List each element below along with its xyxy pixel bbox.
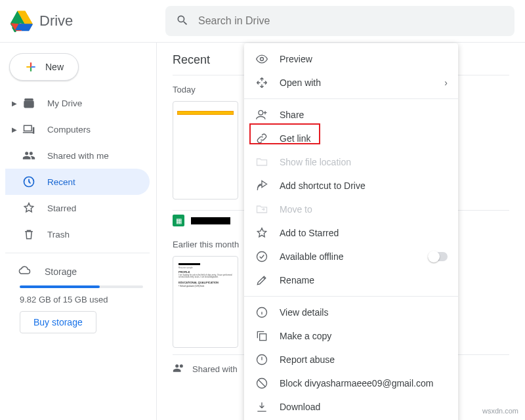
cm-show-location: Show file location	[244, 150, 458, 174]
offline-icon	[255, 250, 269, 263]
new-button-label: New	[45, 62, 64, 72]
sidebar-item-my-drive[interactable]: ▶My Drive	[5, 90, 150, 116]
cm-block[interactable]: Block divyasharmaeee09@gmail.com	[244, 371, 458, 395]
cloud-icon	[18, 264, 32, 279]
computers-icon	[21, 123, 37, 136]
file-thumbnail-doc[interactable]: Resume sample PROFILEI am looking for jo…	[173, 256, 238, 348]
star-icon	[21, 201, 37, 215]
shared-icon	[21, 149, 37, 162]
plus-icon	[24, 60, 37, 74]
buy-storage-button[interactable]: Buy storage	[20, 311, 96, 333]
sidebar-item-starred[interactable]: Starred	[5, 195, 150, 221]
file-name-redacted	[191, 217, 230, 224]
file-thumbnail[interactable]	[173, 101, 238, 200]
header: Drive	[0, 0, 525, 42]
search-input[interactable]	[198, 15, 504, 27]
watermark: wsxdn.com	[482, 407, 518, 415]
app-name: Drive	[39, 12, 73, 30]
sidebar: New ▶My Drive ▶Computers Shared with me …	[0, 43, 156, 420]
cm-available-offline[interactable]: Available offline	[244, 245, 458, 268]
block-icon	[255, 377, 269, 390]
storage-bar	[20, 285, 143, 288]
context-menu: Preview Open with› Share Get link Show f…	[244, 43, 458, 420]
caret-icon: ▶	[10, 100, 18, 107]
search-bar[interactable]	[165, 6, 514, 36]
svg-rect-13	[24, 98, 33, 100]
person-add-icon	[255, 108, 269, 121]
new-button[interactable]: New	[9, 53, 79, 81]
cm-make-copy[interactable]: Make a copy	[244, 324, 458, 348]
sidebar-item-computers[interactable]: ▶Computers	[5, 116, 150, 142]
shared-icon	[173, 362, 186, 377]
folder-icon	[255, 156, 269, 169]
open-with-icon	[255, 76, 269, 89]
trash-icon	[21, 228, 37, 241]
cm-rename[interactable]: Rename	[244, 268, 458, 292]
sidebar-item-shared[interactable]: Shared with me	[5, 142, 150, 169]
link-icon	[255, 132, 269, 145]
info-icon	[255, 306, 269, 319]
my-drive-icon	[21, 96, 37, 110]
cm-view-details[interactable]: View details	[244, 301, 458, 324]
search-icon	[176, 14, 189, 29]
copy-icon	[255, 329, 269, 343]
pencil-icon	[255, 274, 269, 287]
caret-icon: ▶	[10, 126, 18, 133]
sidebar-item-recent[interactable]: Recent	[5, 169, 150, 195]
download-icon	[255, 400, 269, 413]
storage-text: 9.82 GB of 15 GB used	[5, 292, 156, 311]
drive-logo-icon	[10, 10, 33, 32]
cm-get-link[interactable]: Get link	[244, 127, 458, 150]
sidebar-storage[interactable]: Storage	[5, 259, 156, 282]
offline-toggle[interactable]	[428, 252, 448, 261]
eye-icon	[255, 52, 269, 66]
cm-move-to: Move to	[244, 198, 458, 221]
star-icon	[255, 226, 269, 240]
shortcut-icon	[255, 179, 269, 192]
move-icon	[255, 203, 269, 216]
report-icon	[255, 353, 269, 366]
cm-preview[interactable]: Preview	[244, 47, 458, 71]
sheets-icon: ▦	[173, 215, 184, 226]
cm-report-abuse[interactable]: Report abuse	[244, 348, 458, 371]
svg-rect-20	[260, 334, 266, 341]
cm-share[interactable]: Share	[244, 103, 458, 127]
cm-add-shortcut[interactable]: Add shortcut to Drive	[244, 174, 458, 198]
chevron-right-icon: ›	[444, 77, 448, 88]
sidebar-item-trash[interactable]: Trash	[5, 221, 150, 247]
recent-icon	[21, 175, 37, 188]
svg-point-17	[259, 110, 263, 115]
svg-point-16	[261, 58, 264, 61]
logo-area[interactable]: Drive	[10, 10, 165, 32]
svg-point-18	[257, 252, 267, 262]
cm-add-starred[interactable]: Add to Starred	[244, 221, 458, 245]
cm-open-with[interactable]: Open with›	[244, 71, 458, 94]
cm-download[interactable]: Download	[244, 395, 458, 419]
